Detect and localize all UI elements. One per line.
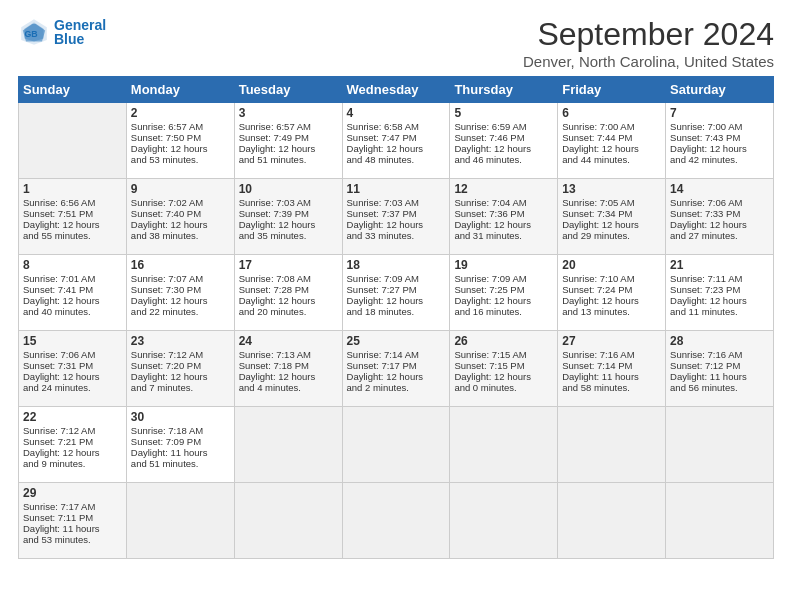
day-number: 3 [239,106,338,120]
sunset-text: Sunset: 7:15 PM [454,360,553,371]
day-number: 6 [562,106,661,120]
day-number: 2 [131,106,230,120]
sunrise-text: Sunrise: 7:03 AM [347,197,446,208]
daylight-text-2: and 42 minutes. [670,154,769,165]
col-thursday: Thursday [450,77,558,103]
month-title: September 2024 [523,16,774,53]
day-number: 24 [239,334,338,348]
daylight-text-1: Daylight: 12 hours [239,295,338,306]
sunrise-text: Sunrise: 7:00 AM [562,121,661,132]
daylight-text-2: and 7 minutes. [131,382,230,393]
sunrise-text: Sunrise: 7:13 AM [239,349,338,360]
day-number: 23 [131,334,230,348]
calendar-cell: 26Sunrise: 7:15 AMSunset: 7:15 PMDayligh… [450,331,558,407]
calendar-cell: 10Sunrise: 7:03 AMSunset: 7:39 PMDayligh… [234,179,342,255]
sunrise-text: Sunrise: 7:04 AM [454,197,553,208]
sunrise-text: Sunrise: 7:17 AM [23,501,122,512]
day-number: 10 [239,182,338,196]
calendar-cell: 13Sunrise: 7:05 AMSunset: 7:34 PMDayligh… [558,179,666,255]
daylight-text-1: Daylight: 12 hours [131,295,230,306]
sunrise-text: Sunrise: 7:00 AM [670,121,769,132]
day-number: 30 [131,410,230,424]
sunrise-text: Sunrise: 7:02 AM [131,197,230,208]
day-number: 18 [347,258,446,272]
daylight-text-1: Daylight: 12 hours [562,295,661,306]
logo-icon: GB [18,16,50,48]
sunrise-text: Sunrise: 7:12 AM [131,349,230,360]
day-number: 16 [131,258,230,272]
calendar-week-2: 8Sunrise: 7:01 AMSunset: 7:41 PMDaylight… [19,255,774,331]
calendar-cell [450,407,558,483]
daylight-text-2: and 0 minutes. [454,382,553,393]
day-number: 1 [23,182,122,196]
calendar-week-1: 1Sunrise: 6:56 AMSunset: 7:51 PMDaylight… [19,179,774,255]
daylight-text-2: and 11 minutes. [670,306,769,317]
daylight-text-1: Daylight: 12 hours [454,219,553,230]
daylight-text-1: Daylight: 11 hours [23,523,122,534]
day-number: 9 [131,182,230,196]
daylight-text-2: and 58 minutes. [562,382,661,393]
daylight-text-1: Daylight: 12 hours [454,143,553,154]
calendar-cell: 3Sunrise: 6:57 AMSunset: 7:49 PMDaylight… [234,103,342,179]
day-number: 4 [347,106,446,120]
daylight-text-1: Daylight: 11 hours [562,371,661,382]
day-number: 29 [23,486,122,500]
day-number: 28 [670,334,769,348]
daylight-text-2: and 51 minutes. [239,154,338,165]
day-number: 15 [23,334,122,348]
sunset-text: Sunset: 7:40 PM [131,208,230,219]
sunset-text: Sunset: 7:39 PM [239,208,338,219]
calendar-cell: 30Sunrise: 7:18 AMSunset: 7:09 PMDayligh… [126,407,234,483]
calendar-cell: 22Sunrise: 7:12 AMSunset: 7:21 PMDayligh… [19,407,127,483]
calendar-cell [234,407,342,483]
calendar-cell [558,407,666,483]
calendar-cell: 27Sunrise: 7:16 AMSunset: 7:14 PMDayligh… [558,331,666,407]
sunrise-text: Sunrise: 6:57 AM [239,121,338,132]
daylight-text-2: and 55 minutes. [23,230,122,241]
daylight-text-2: and 22 minutes. [131,306,230,317]
sunset-text: Sunset: 7:11 PM [23,512,122,523]
calendar-cell: 21Sunrise: 7:11 AMSunset: 7:23 PMDayligh… [666,255,774,331]
daylight-text-2: and 13 minutes. [562,306,661,317]
sunset-text: Sunset: 7:28 PM [239,284,338,295]
daylight-text-1: Daylight: 12 hours [562,219,661,230]
sunrise-text: Sunrise: 7:01 AM [23,273,122,284]
daylight-text-2: and 29 minutes. [562,230,661,241]
calendar-cell: 28Sunrise: 7:16 AMSunset: 7:12 PMDayligh… [666,331,774,407]
daylight-text-1: Daylight: 12 hours [347,219,446,230]
calendar-cell: 23Sunrise: 7:12 AMSunset: 7:20 PMDayligh… [126,331,234,407]
daylight-text-2: and 4 minutes. [239,382,338,393]
calendar-cell [126,483,234,559]
daylight-text-1: Daylight: 12 hours [23,219,122,230]
daylight-text-1: Daylight: 12 hours [131,219,230,230]
col-wednesday: Wednesday [342,77,450,103]
daylight-text-2: and 2 minutes. [347,382,446,393]
daylight-text-2: and 56 minutes. [670,382,769,393]
day-number: 12 [454,182,553,196]
sunrise-text: Sunrise: 7:07 AM [131,273,230,284]
sunset-text: Sunset: 7:25 PM [454,284,553,295]
sunset-text: Sunset: 7:09 PM [131,436,230,447]
sunset-text: Sunset: 7:14 PM [562,360,661,371]
sunset-text: Sunset: 7:34 PM [562,208,661,219]
daylight-text-2: and 31 minutes. [454,230,553,241]
daylight-text-2: and 9 minutes. [23,458,122,469]
sunrise-text: Sunrise: 7:11 AM [670,273,769,284]
day-number: 22 [23,410,122,424]
header: GB General Blue September 2024 Denver, N… [18,16,774,70]
day-number: 27 [562,334,661,348]
daylight-text-1: Daylight: 12 hours [454,295,553,306]
calendar-cell: 2Sunrise: 6:57 AMSunset: 7:50 PMDaylight… [126,103,234,179]
daylight-text-2: and 46 minutes. [454,154,553,165]
day-number: 8 [23,258,122,272]
header-row: Sunday Monday Tuesday Wednesday Thursday… [19,77,774,103]
sunrise-text: Sunrise: 7:06 AM [23,349,122,360]
daylight-text-2: and 53 minutes. [131,154,230,165]
calendar-cell [666,407,774,483]
daylight-text-2: and 53 minutes. [23,534,122,545]
calendar-cell [234,483,342,559]
sunrise-text: Sunrise: 6:58 AM [347,121,446,132]
daylight-text-1: Daylight: 11 hours [131,447,230,458]
calendar-cell [666,483,774,559]
calendar-cell: 19Sunrise: 7:09 AMSunset: 7:25 PMDayligh… [450,255,558,331]
